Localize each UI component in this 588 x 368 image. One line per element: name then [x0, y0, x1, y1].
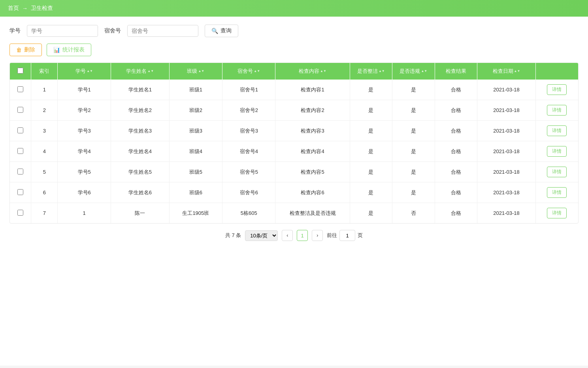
- row-student-id: 学号4: [58, 141, 111, 162]
- row-checkbox[interactable]: [17, 210, 23, 216]
- table-row: 2 学号2 学生姓名2 班级2 宿舍号2 检查内容2 是 是 合格 2021-0…: [10, 100, 578, 121]
- table-row: 4 学号4 学生姓名4 班级4 宿舍号4 检查内容4 是 是 合格 2021-0…: [10, 141, 578, 162]
- row-student-name: 学生姓名1: [111, 80, 169, 100]
- th-student-name[interactable]: 学生姓名 ▲▼: [111, 63, 169, 80]
- delete-icon: 🗑: [16, 47, 22, 53]
- th-violation[interactable]: 是否违规 ▲▼: [392, 63, 435, 80]
- row-content: 检查整洁及是否违规: [275, 203, 350, 224]
- delete-button[interactable]: 🗑 删除: [9, 44, 42, 56]
- row-student-name: 学生姓名5: [111, 162, 169, 182]
- row-index: 7: [31, 203, 58, 224]
- row-clean: 是: [350, 162, 392, 182]
- detail-button[interactable]: 详情: [547, 167, 567, 177]
- th-index: 索引: [31, 63, 58, 80]
- th-dorm[interactable]: 宿舍号 ▲▼: [222, 63, 275, 80]
- row-content: 检查内容5: [275, 162, 350, 182]
- row-dorm: 5栋605: [222, 203, 275, 224]
- data-table-wrapper: 索引 学号 ▲▼ 学生姓名 ▲▼: [9, 63, 579, 224]
- row-result: 合格: [435, 162, 477, 182]
- row-checkbox-cell[interactable]: [10, 182, 31, 203]
- row-dorm: 宿舍号3: [222, 121, 275, 141]
- th-clean[interactable]: 是否整洁 ▲▼: [350, 63, 392, 80]
- next-icon: ›: [317, 233, 318, 238]
- detail-button[interactable]: 详情: [547, 187, 567, 198]
- search-button[interactable]: 🔍 查询: [205, 25, 238, 37]
- select-all-header[interactable]: [10, 63, 31, 80]
- content-area: 学号 宿舍号 🔍 查询 🗑 删除 📊 统计报表: [0, 17, 588, 366]
- row-clean: 是: [350, 141, 392, 162]
- detail-button[interactable]: 详情: [547, 84, 567, 95]
- search-btn-label: 查询: [220, 27, 232, 34]
- row-checkbox[interactable]: [17, 169, 23, 175]
- detail-button[interactable]: 详情: [547, 208, 567, 218]
- row-content: 检查内容2: [275, 100, 350, 121]
- dorm-input[interactable]: [127, 25, 198, 37]
- page-size-select[interactable]: 10条/页 20条/页 50条/页: [245, 230, 278, 241]
- row-result: 合格: [435, 182, 477, 203]
- th-result: 检查结果: [435, 63, 477, 80]
- goto-page-label: 页: [358, 232, 363, 239]
- row-result: 合格: [435, 100, 477, 121]
- row-student-name: 学生姓名3: [111, 121, 169, 141]
- row-class: 班级4: [169, 141, 222, 162]
- row-content: 检查内容4: [275, 141, 350, 162]
- row-checkbox[interactable]: [17, 127, 23, 133]
- row-dorm: 宿舍号5: [222, 162, 275, 182]
- row-class: 班级2: [169, 100, 222, 121]
- row-checkbox-cell[interactable]: [10, 162, 31, 182]
- row-student-name: 学生姓名4: [111, 141, 169, 162]
- row-checkbox[interactable]: [17, 148, 23, 154]
- row-violation: 是: [392, 141, 435, 162]
- prev-icon: ‹: [286, 233, 288, 238]
- row-action: 详情: [535, 203, 578, 224]
- row-index: 6: [31, 182, 58, 203]
- report-button[interactable]: 📊 统计报表: [47, 44, 91, 56]
- table-row: 7 1 陈一 生工1905班 5栋605 检查整洁及是否违规 是 否 合格 20…: [10, 203, 578, 224]
- goto-input[interactable]: [339, 230, 355, 241]
- detail-button[interactable]: 详情: [547, 105, 567, 116]
- th-student-id[interactable]: 学号 ▲▼: [58, 63, 111, 80]
- sort-arrows-class: ▲▼: [198, 70, 204, 73]
- row-checkbox-cell[interactable]: [10, 141, 31, 162]
- row-result: 合格: [435, 141, 477, 162]
- row-date: 2021-03-18: [477, 100, 536, 121]
- row-checkbox-cell[interactable]: [10, 203, 31, 224]
- row-checkbox[interactable]: [17, 189, 23, 195]
- row-clean: 是: [350, 80, 392, 100]
- row-dorm: 宿舍号6: [222, 182, 275, 203]
- row-checkbox-cell[interactable]: [10, 100, 31, 121]
- next-page-button[interactable]: ›: [312, 230, 323, 241]
- row-checkbox[interactable]: [17, 86, 23, 92]
- student-id-input[interactable]: [27, 25, 98, 37]
- detail-button[interactable]: 详情: [547, 125, 567, 136]
- row-content: 检查内容1: [275, 80, 350, 100]
- sort-arrows-dorm: ▲▼: [254, 70, 260, 73]
- row-checkbox-cell[interactable]: [10, 121, 31, 141]
- row-date: 2021-03-18: [477, 141, 536, 162]
- prev-page-button[interactable]: ‹: [282, 230, 293, 241]
- detail-button[interactable]: 详情: [547, 146, 567, 157]
- breadcrumb-arrow: →: [22, 5, 28, 11]
- table-row: 1 学号1 学生姓名1 班级1 宿舍号1 检查内容1 是 是 合格 2021-0…: [10, 80, 578, 100]
- breadcrumb-home[interactable]: 首页: [8, 5, 19, 12]
- table-row: 3 学号3 学生姓名3 班级3 宿舍号3 检查内容3 是 是 合格 2021-0…: [10, 121, 578, 141]
- th-content[interactable]: 检查内容 ▲▼: [275, 63, 350, 80]
- goto-label: 前往: [327, 232, 337, 239]
- row-dorm: 宿舍号4: [222, 141, 275, 162]
- row-violation: 否: [392, 203, 435, 224]
- th-date[interactable]: 检查日期 ▲▼: [477, 63, 536, 80]
- th-class[interactable]: 班级 ▲▼: [169, 63, 222, 80]
- row-checkbox-cell[interactable]: [10, 80, 31, 100]
- sort-arrows-violation: ▲▼: [421, 70, 427, 73]
- search-bar: 学号 宿舍号 🔍 查询: [9, 25, 579, 37]
- row-checkbox[interactable]: [17, 107, 23, 113]
- row-class: 班级6: [169, 182, 222, 203]
- row-class: 班级5: [169, 162, 222, 182]
- select-all-checkbox[interactable]: [17, 68, 23, 74]
- row-result: 合格: [435, 80, 477, 100]
- row-student-id: 学号3: [58, 121, 111, 141]
- row-student-name: 学生姓名6: [111, 182, 169, 203]
- pagination-total: 共 7 条: [225, 232, 241, 239]
- row-action: 详情: [535, 80, 578, 100]
- row-clean: 是: [350, 121, 392, 141]
